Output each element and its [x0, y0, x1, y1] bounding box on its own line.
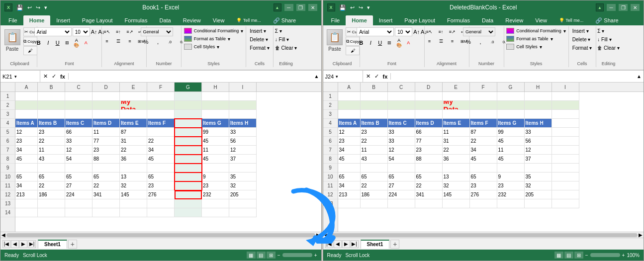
row-13-header-2[interactable]: 13	[323, 199, 338, 208]
w2-cell-B7[interactable]: 11	[361, 146, 388, 155]
w2-cell-F5[interactable]: 87	[470, 128, 497, 137]
percent-btn-2[interactable]: %	[463, 37, 474, 46]
nav-last-1[interactable]: ▶|	[28, 240, 36, 248]
cell-G1[interactable]	[175, 92, 202, 101]
cell-E2-title[interactable]: My Data	[120, 101, 147, 110]
col-C-header-2[interactable]: C	[388, 83, 415, 91]
cell-C14[interactable]	[65, 208, 92, 217]
name-box-arrow-2[interactable]: ▾	[336, 74, 338, 79]
w2-cell-A3[interactable]	[338, 110, 361, 119]
cell-A4[interactable]: Items A	[15, 119, 38, 128]
col-G-header-1[interactable]: G	[175, 83, 202, 91]
w2-cell-G8[interactable]: 45	[497, 155, 525, 164]
cell-B1[interactable]	[38, 92, 65, 101]
w2-cell-E6[interactable]: 31	[443, 137, 470, 146]
cell-H5[interactable]: 99	[202, 128, 229, 137]
cell-A6[interactable]: 23	[15, 137, 38, 146]
font-size-select-1[interactable]: 10	[73, 27, 90, 36]
cell-F7[interactable]: 34	[147, 146, 175, 155]
w2-cell-D2[interactable]	[415, 101, 443, 110]
insert-cells-btn-2[interactable]: Insert ▾	[570, 27, 591, 35]
col-H-header-2[interactable]: H	[525, 83, 552, 91]
cell-G13[interactable]	[175, 199, 202, 208]
w2-cell-C4[interactable]: Items C	[388, 119, 415, 128]
cell-I4[interactable]: Items H	[229, 119, 257, 128]
w2-cell-E4[interactable]: Items E	[443, 119, 470, 128]
w2-cell-I7[interactable]	[552, 146, 579, 155]
insert-function-btn-1[interactable]: fx	[59, 74, 66, 80]
nav-next-2[interactable]: ▶	[342, 240, 350, 248]
cell-G5[interactable]	[175, 128, 202, 137]
cell-H4[interactable]: Items G	[202, 119, 229, 128]
cell-A1[interactable]	[15, 92, 38, 101]
w2-cell-D6[interactable]: 77	[415, 137, 443, 146]
align-left-btn-1[interactable]: ≡	[101, 37, 112, 46]
cell-B6[interactable]: 22	[38, 137, 65, 146]
cell-I9[interactable]	[229, 164, 257, 173]
tab-view-2[interactable]: View	[529, 15, 553, 25]
cell-C6[interactable]: 33	[65, 137, 92, 146]
w2-cell-F9[interactable]	[470, 164, 497, 173]
row-1-header[interactable]: 1	[0, 92, 15, 101]
formula-input-1[interactable]	[69, 74, 312, 80]
w2-cell-H12[interactable]: 205	[525, 190, 552, 199]
cell-A7[interactable]: 34	[15, 146, 38, 155]
minimize-btn-2[interactable]: ─	[607, 4, 616, 11]
tab-share-2[interactable]: 🔗 Share	[589, 15, 624, 25]
bold-btn-2[interactable]: B	[357, 38, 366, 47]
w2-cell-I6[interactable]	[552, 137, 579, 146]
w2-cell-D9[interactable]	[415, 164, 443, 173]
fill-btn-1[interactable]: ↓ Fill ▾	[273, 36, 291, 43]
align-tl-2[interactable]: ≡↖	[424, 27, 435, 36]
cell-C13[interactable]	[65, 199, 92, 208]
cell-I7[interactable]: 12	[229, 146, 257, 155]
row-2-header[interactable]: 2	[0, 101, 15, 110]
restore-btn-1[interactable]: ❐	[296, 4, 305, 11]
increase-font-btn-1[interactable]: A↑	[91, 29, 97, 35]
save-icon-2[interactable]: 💾	[338, 4, 347, 11]
italic-btn-1[interactable]: I	[44, 38, 53, 47]
comma-btn-1[interactable]: ,	[153, 37, 164, 46]
cancel-formula-btn-1[interactable]: ✕	[42, 73, 49, 80]
cell-I1[interactable]	[229, 92, 257, 101]
w2-cell-I9[interactable]	[552, 164, 579, 173]
dec-inc-btn-2[interactable]: .0	[487, 37, 498, 46]
w2-cell-E3[interactable]	[443, 110, 470, 119]
tab-file-1[interactable]: File	[2, 15, 23, 25]
w2-cell-G10[interactable]: 9	[497, 173, 525, 181]
cell-A3[interactable]	[15, 110, 38, 119]
sum-btn-2[interactable]: Σ ▾	[595, 27, 606, 35]
percent-btn-1[interactable]: %	[141, 37, 152, 46]
row-6-header[interactable]: 6	[0, 137, 15, 146]
number-format-select-2[interactable]: General	[463, 27, 495, 36]
zoom-plus-1[interactable]: +	[314, 253, 317, 258]
cell-E4[interactable]: Items E	[120, 119, 147, 128]
w2-cell-A11[interactable]: 34	[338, 181, 361, 190]
cell-I10[interactable]: 35	[229, 173, 257, 181]
cell-D3[interactable]	[92, 110, 120, 119]
confirm-formula-btn-1[interactable]: ✓	[51, 73, 57, 80]
cell-A10[interactable]: 65	[15, 173, 38, 181]
w2-cell-A5[interactable]: 12	[338, 128, 361, 137]
w2-cell-I13[interactable]	[552, 199, 579, 208]
scroll-right-btn-1[interactable]: ▶	[316, 232, 320, 238]
w2-cell-E2-title[interactable]: My Data	[443, 101, 470, 110]
minimize-btn-1[interactable]: ─	[284, 4, 293, 11]
cell-C8[interactable]: 54	[65, 155, 92, 164]
cell-C1[interactable]	[65, 92, 92, 101]
confirm-formula-btn-2[interactable]: ✓	[373, 73, 380, 80]
w2-cell-E10[interactable]: 13	[443, 173, 470, 181]
scroll-thumb-h-2[interactable]	[329, 233, 638, 237]
nav-first-1[interactable]: |◀	[2, 240, 10, 248]
tab-home-2[interactable]: Home	[346, 15, 373, 25]
w2-cell-C6[interactable]: 33	[388, 137, 415, 146]
zoom-minus-1[interactable]: −	[277, 253, 280, 258]
customize-icon-2[interactable]: ▾	[366, 4, 371, 11]
w2-cell-C12[interactable]: 224	[388, 190, 415, 199]
h-scrollbar-1[interactable]: ◀ ▶	[0, 232, 321, 238]
italic-btn-2[interactable]: I	[366, 38, 375, 47]
align-l-2[interactable]: ≡	[424, 37, 435, 46]
w2-cell-C3[interactable]	[388, 110, 415, 119]
col-G-header-2[interactable]: G	[497, 83, 525, 91]
row-3-header[interactable]: 3	[0, 110, 15, 119]
